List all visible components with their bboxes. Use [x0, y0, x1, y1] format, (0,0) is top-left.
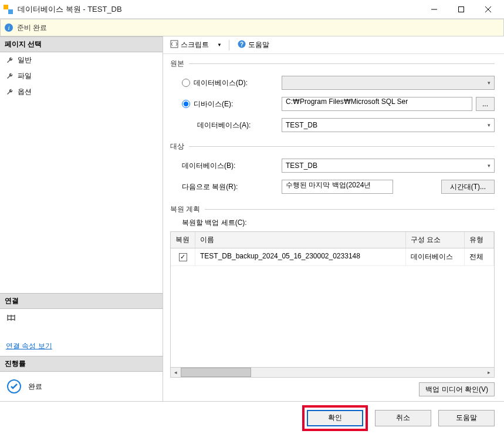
chevron-down-icon: ▾ [488, 80, 491, 86]
window-title: 데이터베이스 복원 - TEST_DB [18, 4, 421, 15]
progress-complete-icon [6, 378, 22, 395]
grid-header: 복원 이름 구성 요소 유형 [171, 232, 494, 248]
sidebar-item-general[interactable]: 일반 [0, 52, 163, 68]
horizontal-scrollbar[interactable]: ◂ ▸ [171, 367, 494, 377]
cell-name: TEST_DB_backup_2024_05_16_230002_0233148 [195, 248, 406, 265]
radio-source-device-input[interactable] [182, 100, 190, 108]
svg-text:?: ? [240, 41, 243, 48]
database-a-label: 데이터베이스(A): [182, 120, 282, 130]
cell-type: 전체 [465, 248, 494, 265]
database-b-label: 데이터베이스(B): [182, 161, 282, 171]
restore-to-input[interactable]: 수행된 마지막 백업(2024년 [282, 180, 393, 194]
timeline-button[interactable]: 시간대(T)... [441, 180, 495, 194]
target-legend: 대상 [170, 142, 495, 152]
radio-source-device[interactable]: 디바이스(E): [182, 99, 282, 109]
source-legend: 원본 [170, 59, 495, 69]
toolbar-separator [229, 40, 229, 51]
connection-header: 연결 [0, 293, 163, 309]
svg-rect-1 [8, 9, 13, 14]
progress-header: 진행률 [0, 356, 163, 372]
restore-checkbox[interactable] [179, 253, 187, 261]
content-toolbar: 스크립트 ▼ ? 도움말 [163, 36, 504, 54]
info-icon: i [4, 23, 13, 32]
radio-source-database-input[interactable] [182, 79, 190, 87]
sidebar-item-options[interactable]: 옵션 [0, 84, 163, 100]
status-text: 준비 완료 [17, 23, 47, 33]
help-icon: ? [238, 40, 246, 50]
sidebar-item-label: 옵션 [18, 87, 32, 97]
wrench-icon [6, 72, 14, 80]
svg-rect-3 [459, 6, 464, 12]
chevron-down-icon: ▾ [488, 163, 491, 169]
script-label: 스크립트 [181, 40, 209, 50]
col-type[interactable]: 유형 [465, 232, 494, 248]
pages-header: 페이지 선택 [0, 36, 163, 52]
radio-label: 데이터베이스(D): [194, 78, 248, 88]
cell-component: 데이터베이스 [406, 248, 465, 265]
help-button[interactable]: ? 도움말 [234, 39, 273, 51]
close-button[interactable] [475, 1, 502, 18]
restore-to-label: 다음으로 복원(R): [182, 182, 282, 192]
help-label: 도움말 [248, 40, 269, 50]
source-database-dropdown: ▾ [282, 76, 495, 90]
browse-button[interactable]: ... [476, 97, 495, 111]
chevron-down-icon: ▾ [488, 122, 491, 128]
sidebar-item-label: 파일 [18, 71, 32, 81]
highlight-annotation: 확인 [302, 405, 368, 431]
col-name[interactable]: 이름 [195, 232, 406, 248]
col-restore[interactable]: 복원 [171, 232, 195, 248]
connection-icon [6, 314, 157, 324]
wrench-icon [6, 56, 14, 65]
grid-row[interactable]: TEST_DB_backup_2024_05_16_230002_0233148… [171, 248, 494, 266]
minimize-button[interactable] [421, 1, 448, 18]
maximize-button[interactable] [448, 1, 475, 18]
sidebar-item-files[interactable]: 파일 [0, 68, 163, 84]
radio-label: 디바이스(E): [194, 99, 233, 109]
connection-properties-link[interactable]: 연결 속성 보기 [6, 341, 157, 351]
wrench-icon [6, 88, 14, 96]
progress-status: 완료 [28, 382, 42, 392]
sidebar-item-label: 일반 [18, 55, 32, 65]
verify-backup-media-button[interactable]: 백업 미디어 확인(V) [419, 382, 495, 396]
svg-rect-9 [171, 41, 178, 48]
database-a-dropdown[interactable]: TEST_DB▾ [282, 118, 495, 132]
database-b-dropdown[interactable]: TEST_DB▾ [282, 159, 495, 173]
scroll-thumb[interactable] [181, 368, 251, 377]
ok-button[interactable]: 확인 [307, 410, 363, 426]
sidebar: 페이지 선택 일반 파일 옵션 연결 연결 속성 보기 진행률 [0, 36, 163, 401]
radio-source-database[interactable]: 데이터베이스(D): [182, 78, 282, 88]
scroll-right-icon[interactable]: ▸ [484, 368, 494, 377]
titlebar: 데이터베이스 복원 - TEST_DB [0, 0, 504, 19]
dialog-footer: 확인 취소 도움말 [0, 401, 504, 434]
backup-sets-label: 복원할 백업 세트(C): [182, 218, 495, 228]
col-component[interactable]: 구성 요소 [406, 232, 465, 248]
device-path-input[interactable]: C:₩Program Files₩Microsoft SQL Ser [282, 97, 472, 111]
backup-sets-grid: 복원 이름 구성 요소 유형 TEST_DB_backup_2024_05_16… [170, 231, 495, 378]
svg-rect-0 [4, 5, 8, 9]
plan-legend: 복원 계획 [170, 204, 495, 214]
help-button[interactable]: 도움말 [438, 410, 495, 426]
content: 스크립트 ▼ ? 도움말 원본 데이터베이스(D): ▾ [163, 36, 504, 401]
script-dropdown-arrow[interactable]: ▼ [217, 42, 222, 48]
status-infobar: i 준비 완료 [0, 19, 504, 36]
scroll-left-icon[interactable]: ◂ [171, 368, 181, 377]
app-icon [2, 4, 14, 15]
script-icon [170, 40, 178, 50]
script-button[interactable]: 스크립트 [167, 39, 212, 51]
cancel-button[interactable]: 취소 [375, 410, 431, 426]
svg-text:i: i [8, 24, 9, 31]
